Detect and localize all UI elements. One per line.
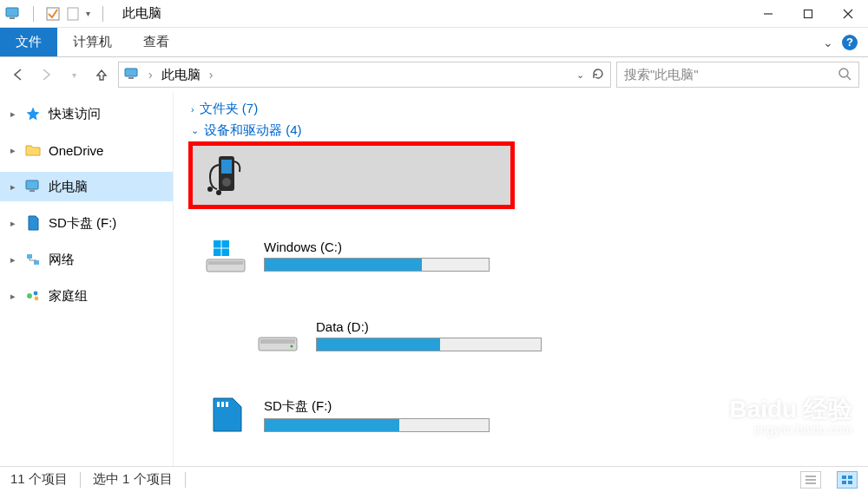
ribbon-tabs: 文件 计算机 查看 ⌄ ? xyxy=(0,28,868,57)
svg-rect-30 xyxy=(260,339,295,344)
chevron-right-icon[interactable]: › xyxy=(148,68,153,82)
star-icon xyxy=(24,105,42,122)
view-large-icons-button[interactable] xyxy=(837,471,858,489)
device-name: SD卡盘 (F:) xyxy=(264,398,505,415)
sd-card-icon xyxy=(198,390,253,439)
tab-view[interactable]: 查看 xyxy=(128,28,185,56)
device-name: Windows (C:) xyxy=(264,239,505,254)
svg-rect-25 xyxy=(208,261,243,265)
svg-rect-8 xyxy=(125,69,137,76)
folder-icon xyxy=(24,141,42,159)
refresh-button[interactable] xyxy=(591,67,605,83)
mp3-player-icon xyxy=(198,151,253,200)
nav-row: ▾ › 此电脑 › ⌄ 搜索"此电脑" xyxy=(0,57,868,92)
svg-line-11 xyxy=(847,76,851,80)
chevron-right-icon: › xyxy=(191,104,194,115)
status-item-count: 11 个项目 xyxy=(10,471,68,488)
search-placeholder: 搜索"此电脑" xyxy=(624,67,838,83)
recent-dropdown-icon[interactable]: ▾ xyxy=(62,63,85,86)
pc-icon xyxy=(5,7,21,21)
back-button[interactable] xyxy=(7,63,30,86)
svg-rect-3 xyxy=(68,8,78,20)
search-icon[interactable] xyxy=(838,67,852,83)
minimize-button[interactable] xyxy=(748,0,788,28)
sidebar-item-label: 家庭组 xyxy=(49,288,88,305)
svg-rect-34 xyxy=(226,402,228,407)
window-title: 此电脑 xyxy=(122,5,161,22)
chevron-right-icon[interactable]: ▸ xyxy=(9,108,17,120)
svg-rect-15 xyxy=(34,260,39,265)
titlebar: ▾ 此电脑 xyxy=(0,0,868,28)
chevron-right-icon[interactable]: ▸ xyxy=(9,291,17,302)
chevron-right-icon[interactable]: ▸ xyxy=(9,145,17,156)
svg-rect-39 xyxy=(848,476,852,479)
svg-point-31 xyxy=(291,345,293,348)
view-details-button[interactable] xyxy=(800,471,821,489)
chevron-right-icon[interactable]: ▸ xyxy=(9,218,17,229)
content-pane: › 文件夹 (7) ⌄ 设备和驱动器 (4) xyxy=(174,92,868,466)
network-icon xyxy=(24,251,42,268)
svg-rect-41 xyxy=(848,481,852,484)
breadcrumb[interactable]: 此电脑 xyxy=(161,67,201,83)
quick-access-toolbar: ▾ xyxy=(0,6,114,22)
sidebar-item-label: SD卡盘 (F:) xyxy=(49,215,116,232)
device-item-sd-f[interactable]: SD卡盘 (F:) xyxy=(191,384,512,446)
svg-rect-14 xyxy=(27,254,32,259)
sidebar-item-this-pc[interactable]: ▸ 此电脑 xyxy=(0,172,173,201)
group-devices[interactable]: ⌄ 设备和驱动器 (4) xyxy=(191,122,851,139)
search-box[interactable]: 搜索"此电脑" xyxy=(616,62,859,88)
sidebar-item-label: OneDrive xyxy=(49,143,103,158)
ribbon-collapse-icon[interactable]: ⌄ xyxy=(823,36,833,49)
close-button[interactable] xyxy=(828,0,868,28)
sidebar-item-network[interactable]: ▸ 网络 xyxy=(0,245,173,274)
document-icon[interactable] xyxy=(67,7,79,21)
dropdown-caret-icon[interactable]: ▾ xyxy=(86,9,90,18)
chevron-down-icon: ⌄ xyxy=(191,125,199,136)
address-bar[interactable]: › 此电脑 › ⌄ xyxy=(118,62,611,88)
device-item-data-d[interactable]: Data (D:) xyxy=(243,304,564,366)
homegroup-icon xyxy=(24,287,42,305)
sidebar-item-label: 网络 xyxy=(49,252,75,268)
pc-icon xyxy=(24,178,42,195)
svg-rect-5 xyxy=(805,10,812,17)
svg-rect-20 xyxy=(221,160,232,174)
svg-rect-40 xyxy=(842,481,846,484)
sidebar-item-quick-access[interactable]: ▸ 快速访问 xyxy=(0,99,173,128)
sidebar-item-label: 快速访问 xyxy=(49,106,101,122)
group-label: 设备和驱动器 (4) xyxy=(204,122,302,139)
chevron-right-icon[interactable]: ▸ xyxy=(9,181,17,193)
svg-rect-13 xyxy=(30,190,35,192)
help-button[interactable]: ? xyxy=(842,35,858,50)
checkbox-icon[interactable] xyxy=(46,7,60,21)
usage-bar xyxy=(264,258,490,272)
forward-button[interactable] xyxy=(35,63,57,86)
sidebar: ▸ 快速访问 ▸ OneDrive ▸ 此电脑 ▸ SD卡盘 (F:) ▸ 网络… xyxy=(0,92,174,466)
device-item-windows-c[interactable]: Windows (C:) xyxy=(191,224,512,286)
usage-bar xyxy=(316,338,542,351)
svg-point-17 xyxy=(34,292,38,296)
svg-rect-38 xyxy=(842,476,846,479)
sidebar-item-sd-card[interactable]: ▸ SD卡盘 (F:) xyxy=(0,208,173,238)
group-label: 文件夹 (7) xyxy=(200,101,259,117)
sidebar-item-homegroup[interactable]: ▸ 家庭组 xyxy=(0,281,173,311)
tab-computer[interactable]: 计算机 xyxy=(57,28,128,56)
svg-point-16 xyxy=(27,293,32,298)
sd-card-icon xyxy=(24,214,42,232)
group-folders[interactable]: › 文件夹 (7) xyxy=(191,101,851,117)
address-dropdown-icon[interactable]: ⌄ xyxy=(576,69,584,81)
maximize-button[interactable] xyxy=(788,0,828,28)
sidebar-item-onedrive[interactable]: ▸ OneDrive xyxy=(0,135,173,165)
tab-file[interactable]: 文件 xyxy=(0,28,57,56)
chevron-right-icon[interactable]: ▸ xyxy=(9,254,17,266)
svg-rect-0 xyxy=(6,8,18,16)
svg-rect-32 xyxy=(217,402,220,407)
up-button[interactable] xyxy=(90,63,113,86)
drive-icon xyxy=(250,311,306,359)
device-item-mp3[interactable] xyxy=(191,144,512,207)
pc-icon xyxy=(124,68,140,82)
svg-rect-9 xyxy=(128,77,134,79)
chevron-right-icon[interactable]: › xyxy=(209,68,214,82)
device-name: Data (D:) xyxy=(316,319,557,334)
svg-point-21 xyxy=(222,178,231,187)
status-selected-count: 选中 1 个项目 xyxy=(93,471,173,488)
